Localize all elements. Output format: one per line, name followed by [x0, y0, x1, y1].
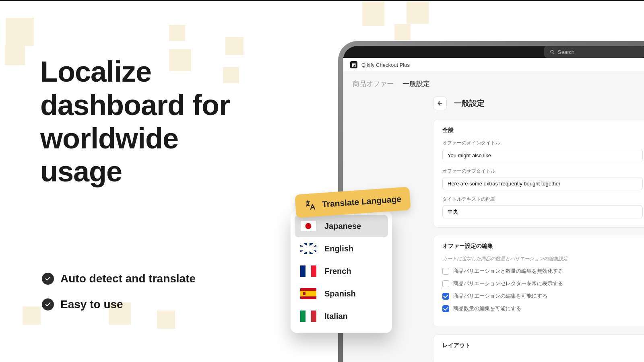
checkbox-row: 商品バリエーションセレクターを常に表示する — [442, 280, 643, 287]
translate-chip-label: Translate Language — [322, 194, 401, 210]
flag-fr-icon — [300, 265, 316, 277]
svg-point-0 — [551, 50, 553, 53]
lang-spanish[interactable]: Spanish — [295, 282, 388, 305]
field-label: タイトルテキストの配置 — [442, 196, 643, 203]
checkbox-row: 商品数量の編集を可能にする — [442, 305, 643, 312]
search-placeholder: Search — [558, 49, 574, 55]
checkbox-label: 商品バリエーションと数量の編集を無効化する — [453, 268, 563, 275]
page-title: 一般設定 — [454, 98, 485, 109]
app-header: ◩ Qikify Checkout Plus — [343, 58, 644, 72]
lang-french[interactable]: French — [295, 260, 388, 282]
checkbox[interactable] — [442, 280, 449, 287]
checkbox-row: 商品バリエーションと数量の編集を無効化する — [442, 268, 643, 275]
breadcrumb-item[interactable]: 一般設定 — [402, 79, 430, 88]
panel-general: 全般 オファーのメインタイトル オファーのサブタイトル タイトルテキストの配置 — [433, 119, 644, 228]
lang-label: English — [324, 244, 353, 253]
lang-label: French — [324, 267, 351, 276]
checkbox-row: 商品バリエーションの編集を可能にする — [442, 293, 643, 300]
arrow-left-icon — [437, 100, 443, 107]
deco-square — [23, 306, 41, 325]
translate-icon — [304, 199, 317, 212]
checkbox[interactable] — [442, 268, 449, 275]
check-icon — [42, 273, 54, 285]
language-popover: Japanese English French Spanish Italian — [291, 211, 392, 333]
lang-english[interactable]: English — [295, 237, 388, 260]
checkbox[interactable] — [442, 293, 449, 300]
lang-label: Spanish — [324, 289, 356, 298]
field-label: オファーのメインタイトル — [442, 140, 643, 146]
panel-title: レイアウト — [442, 342, 643, 349]
back-button[interactable] — [433, 97, 447, 110]
checkbox-label: 商品バリエーションセレクターを常に表示する — [453, 280, 563, 287]
flag-es-icon — [300, 288, 316, 299]
lang-japanese[interactable]: Japanese — [295, 215, 388, 237]
field-label: オファーのサブタイトル — [442, 168, 643, 175]
deco-square — [225, 37, 244, 55]
lang-label: Italian — [324, 312, 348, 321]
panel-offer-edit: オファー設定の編集 カートに追加した商品の数量とバリエーションの編集設定 商品バ… — [433, 235, 644, 327]
breadcrumb-item[interactable]: 商品オファー — [353, 79, 394, 88]
deco-square — [6, 18, 34, 46]
main-title-input[interactable] — [442, 149, 643, 162]
checkbox-label: 商品バリエーションの編集を可能にする — [453, 293, 547, 300]
deco-square — [169, 25, 185, 41]
hero-title: Localize dashboard for worldwide usage — [40, 55, 266, 188]
feature-text: Auto detect and translate — [60, 272, 196, 285]
feature-text: Easy to use — [60, 298, 123, 311]
panel-title: 全般 — [442, 127, 643, 134]
flag-jp-icon — [300, 220, 316, 232]
check-icon — [42, 298, 54, 311]
checkbox-label: 商品数量の編集を可能にする — [453, 305, 521, 312]
search-icon — [550, 49, 555, 54]
panel-subtext: カートに追加した商品の数量とバリエーションの編集設定 — [442, 255, 643, 262]
deco-square — [362, 2, 384, 26]
feature-item: Easy to use — [42, 298, 196, 311]
page-content: 一般設定 全般 オファーのメインタイトル オファーのサブタイトル タイトルテキス… — [353, 97, 644, 362]
topbar: Search — [343, 46, 644, 58]
lang-italian[interactable]: Italian — [295, 305, 388, 327]
lang-label: Japanese — [324, 222, 361, 231]
page-header: 一般設定 — [433, 97, 644, 110]
search-input[interactable]: Search — [544, 46, 644, 58]
feature-item: Auto detect and translate — [42, 272, 196, 285]
svg-line-1 — [553, 53, 554, 54]
features-list: Auto detect and translate Easy to use — [42, 272, 196, 324]
panel-layout: レイアウト — [433, 334, 644, 362]
align-select[interactable] — [442, 205, 643, 218]
checkbox[interactable] — [442, 305, 449, 312]
deco-square — [407, 2, 429, 24]
sub-title-input[interactable] — [442, 177, 643, 190]
breadcrumb: 商品オファー 一般設定 — [353, 79, 644, 88]
flag-uk-icon — [300, 243, 316, 254]
flag-it-icon — [300, 311, 316, 322]
app-name: Qikify Checkout Plus — [361, 62, 410, 68]
deco-square — [394, 24, 411, 40]
deco-square — [5, 45, 25, 65]
app-logo-icon: ◩ — [350, 61, 357, 68]
panel-title: オファー設定の編集 — [442, 243, 643, 250]
hero-block: Localize dashboard for worldwide usage — [40, 55, 266, 188]
